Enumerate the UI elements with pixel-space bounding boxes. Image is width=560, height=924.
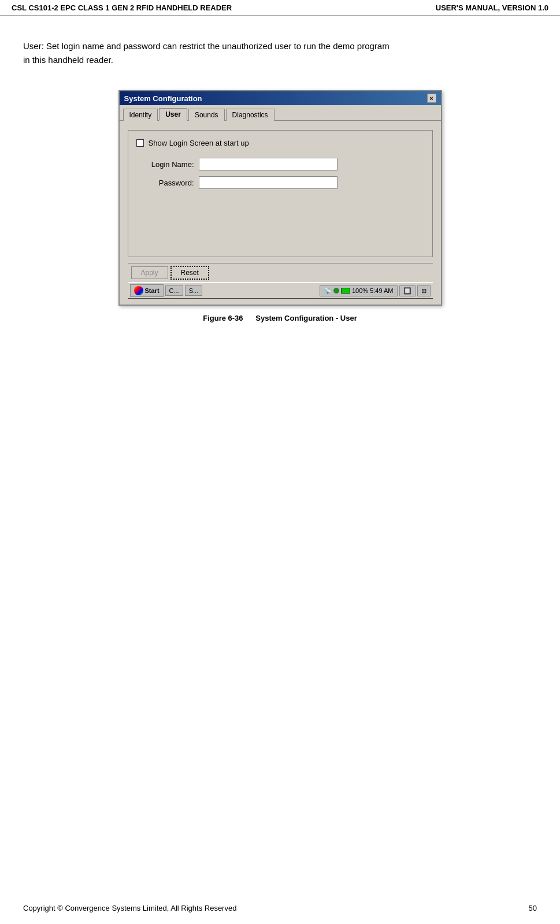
close-icon[interactable]: ×: [427, 94, 436, 103]
dialog-titlebar: System Configuration ×: [120, 91, 441, 105]
windows-logo-icon: [134, 286, 143, 295]
show-login-label: Show Login Screen at start up: [149, 139, 249, 147]
reset-button[interactable]: Reset: [170, 266, 209, 280]
figure-caption-text: System Configuration - User: [255, 314, 357, 322]
footer-copyright: Copyright © Convergence Systems Limited,…: [23, 904, 236, 912]
login-name-input[interactable]: [199, 158, 338, 170]
status-text: 100% 5:49 AM: [352, 287, 394, 294]
taskbar-extra-btn1[interactable]: 🔲: [399, 285, 416, 296]
figure-caption: Figure 6-36 System Configuration - User: [203, 314, 357, 322]
header-left-text: CSL CS101-2 EPC CLASS 1 GEN 2 RFID HANDH…: [12, 3, 232, 12]
header-right-text: USER'S MANUAL, VERSION 1.0: [436, 3, 548, 12]
taskbar-extra-btn2[interactable]: ⊞: [417, 285, 431, 296]
taskbar-system-tray: 📡 100% 5:49 AM: [320, 285, 398, 296]
taskbar: Start C... S... 📡 100% 5:49 AM 🔲 ⊞: [128, 282, 433, 299]
password-row: Password:: [136, 176, 424, 189]
password-label: Password:: [136, 179, 194, 187]
password-input[interactable]: [199, 176, 338, 189]
tab-diagnostics[interactable]: Diagnostics: [226, 109, 275, 121]
dialog-screenshot: System Configuration × Identity User Sou…: [118, 90, 442, 306]
login-name-row: Login Name:: [136, 158, 424, 170]
dialog-tab-bar: Identity User Sounds Diagnostics: [120, 105, 441, 121]
apply-button[interactable]: Apply: [131, 266, 168, 279]
show-login-checkbox[interactable]: [136, 139, 144, 147]
taskbar-btn-s[interactable]: S...: [185, 285, 203, 296]
taskbar-right-area: 📡 100% 5:49 AM 🔲 ⊞: [320, 285, 431, 296]
dialog-title: System Configuration: [124, 94, 202, 103]
figure-label: Figure 6-36: [203, 314, 243, 322]
taskbar-btn-c[interactable]: C...: [165, 285, 183, 296]
footer-page-number: 50: [529, 904, 537, 912]
main-content: User: Set login name and password can re…: [0, 16, 560, 374]
battery-icon: [341, 288, 350, 294]
page-footer: Copyright © Convergence Systems Limited,…: [0, 904, 560, 912]
intro-paragraph: User: Set login name and password can re…: [23, 39, 537, 67]
dialog-body: Show Login Screen at start up Login Name…: [120, 121, 441, 305]
intro-line1: User: Set login name and password can re…: [23, 41, 390, 51]
page-header: CSL CS101-2 EPC CLASS 1 GEN 2 RFID HANDH…: [0, 0, 560, 16]
login-name-label: Login Name:: [136, 160, 194, 169]
tab-identity[interactable]: Identity: [123, 109, 158, 121]
tab-user[interactable]: User: [159, 108, 187, 121]
dialog-buttons-bar: Apply Reset: [128, 263, 433, 282]
show-login-checkbox-row: Show Login Screen at start up: [136, 139, 424, 147]
signal-icon: 📡: [324, 287, 332, 295]
intro-line2: in this handheld reader.: [23, 55, 113, 65]
dialog-inner-panel: Show Login Screen at start up Login Name…: [128, 130, 433, 257]
wifi-icon: [333, 288, 339, 294]
screenshot-wrapper: System Configuration × Identity User Sou…: [23, 90, 537, 346]
tab-sounds[interactable]: Sounds: [188, 109, 225, 121]
start-button[interactable]: Start: [130, 284, 164, 297]
